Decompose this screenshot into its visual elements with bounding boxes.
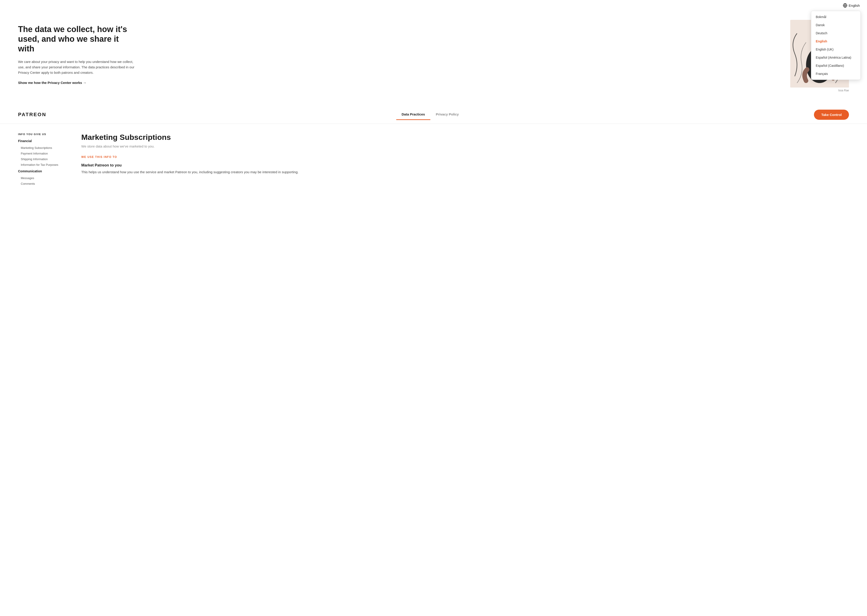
dropdown-item-francais[interactable]: Français [811,70,861,78]
navbar: PATREON Data Practices Privacy Policy Ta… [0,105,867,124]
patreon-logo: PATREON [18,112,46,118]
dropdown-item-espanol-castillano[interactable]: Español (Castillano) [811,61,861,70]
sidebar-group-title-communication: Communication [18,170,68,173]
sidebar-group-financial: Financial Marketing Subscriptions Paymen… [18,139,68,168]
sidebar-item-comments[interactable]: Comments [18,181,68,187]
language-label: English [849,4,860,8]
dropdown-item-espanol-latina[interactable]: Español (América Latina) [811,53,861,61]
take-control-button[interactable]: Take Control [814,110,849,120]
content-title: Marketing Subscriptions [81,133,849,141]
hero-body: We care about your privacy and want to h… [18,59,136,75]
privacy-center-link[interactable]: Show me how the Privacy Center works → [18,81,87,85]
tab-privacy-policy[interactable]: Privacy Policy [430,109,464,120]
hero-text: The data we collect, how it's used, and … [18,20,136,85]
sidebar-item-tax-purposes[interactable]: Information for Tax Purposes [18,162,68,168]
hero-caption: Issa Rae [790,89,849,92]
content-section-label: WE USE THIS INFO TO [81,156,849,159]
sidebar-item-payment-information[interactable]: Payment Information [18,151,68,156]
dropdown-item-deutsch[interactable]: Deutsch [811,29,861,37]
info-block-market-patreon: Market Patreon to you This helps us unde… [81,163,849,175]
dropdown-item-dansk[interactable]: Dansk [811,21,861,29]
language-dropdown: Bokmål Dansk Deutsch English English (UK… [811,11,861,80]
language-button[interactable]: English [843,3,860,8]
content-area: Marketing Subscriptions We store data ab… [81,133,849,205]
main-content: INFO YOU GIVE US Financial Marketing Sub… [0,124,867,214]
dropdown-item-english[interactable]: English [811,37,861,46]
tab-data-practices[interactable]: Data Practices [396,109,430,120]
language-icon [843,3,847,8]
content-subtitle: We store data about how we've marketed t… [81,145,849,148]
hero-title: The data we collect, how it's used, and … [18,24,136,54]
dropdown-item-english-uk[interactable]: English (UK) [811,46,861,53]
info-block-title: Market Patreon to you [81,163,849,168]
sidebar-section-title: INFO YOU GIVE US [18,133,68,135]
sidebar-item-marketing-subscriptions[interactable]: Marketing Subscriptions [18,145,68,151]
sidebar-group-communication: Communication Messages Comments [18,170,68,187]
hero-section: The data we collect, how it's used, and … [0,11,867,105]
info-block-text: This helps us understand how you use the… [81,170,849,175]
dropdown-item-bokmal[interactable]: Bokmål [811,13,861,21]
sidebar-item-messages[interactable]: Messages [18,175,68,181]
top-bar: English Bokmål Dansk Deutsch English Eng… [0,0,867,11]
sidebar: INFO YOU GIVE US Financial Marketing Sub… [18,133,68,205]
nav-tabs: Data Practices Privacy Policy [396,109,464,120]
sidebar-item-shipping-information[interactable]: Shipping Information [18,156,68,162]
sidebar-group-title-financial: Financial [18,139,68,143]
